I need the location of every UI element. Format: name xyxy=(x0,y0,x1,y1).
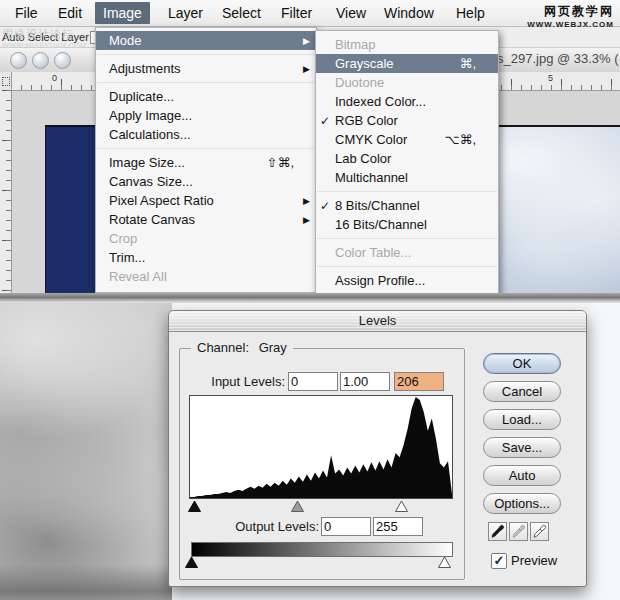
image-menu-item-canvas-size[interactable]: Canvas Size... xyxy=(96,172,316,191)
image-menu-separator xyxy=(96,144,316,153)
mode-submenu-item-assign-profile[interactable]: Assign Profile... xyxy=(316,271,498,290)
traffic-light-zoom-button[interactable] xyxy=(54,52,71,69)
image-menu-item-adjustments[interactable]: Adjustments▶ xyxy=(96,59,316,78)
screenshot-seam-divider xyxy=(0,293,620,303)
faint-watermark-cn: 思缘设计论坛 xyxy=(2,27,86,42)
image-menu-item-label: Mode xyxy=(109,33,142,48)
preview-label: Preview xyxy=(511,553,557,568)
mode-submenu-item-cmyk-color[interactable]: CMYK Color⌥⌘, xyxy=(316,130,498,149)
output-gradient-bar xyxy=(191,542,453,557)
mode-submenu-item-label: Assign Profile... xyxy=(335,273,425,288)
output-black-slider[interactable] xyxy=(185,557,198,568)
image-menu-panel: Mode▶Adjustments▶Duplicate...Apply Image… xyxy=(95,27,317,293)
image-menu-item-rotate-canvas[interactable]: Rotate Canvas▶ xyxy=(96,210,316,229)
image-menu-item-label: Adjustments xyxy=(109,61,181,76)
input-gamma-field[interactable] xyxy=(340,372,390,391)
menubar-item-image[interactable]: Image xyxy=(95,2,150,24)
mode-submenu-item-lab-color[interactable]: Lab Color xyxy=(316,149,498,168)
image-menu-separator xyxy=(96,78,316,87)
image-menu-item-pixel-aspect-ratio[interactable]: Pixel Aspect Ratio▶ xyxy=(96,191,316,210)
site-watermark-url: WWW.WEBJX.COM xyxy=(527,20,614,29)
mode-submenu-separator xyxy=(316,187,498,196)
submenu-arrow-icon: ▶ xyxy=(297,36,310,46)
white-point-eyedropper-button[interactable] xyxy=(530,522,549,541)
mode-submenu-item-label: Bitmap xyxy=(335,37,375,52)
canvas-dark-blue-region[interactable] xyxy=(45,125,96,303)
options-button[interactable]: Options... xyxy=(483,493,561,514)
menubar-item-filter[interactable]: Filter xyxy=(273,2,320,24)
image-menu-item-label: Reveal All xyxy=(109,269,167,284)
gray-point-eyedropper-button[interactable] xyxy=(509,522,528,541)
image-menu-item-label: Duplicate... xyxy=(109,89,174,104)
channel-label: Channel: xyxy=(197,340,249,355)
image-menu-item-trim[interactable]: Trim... xyxy=(96,248,316,267)
input-black-field[interactable] xyxy=(288,372,338,391)
output-white-slider[interactable] xyxy=(438,557,451,568)
submenu-arrow-icon: ▶ xyxy=(297,196,310,206)
preview-checkbox[interactable]: ✓ xyxy=(491,553,507,569)
load-button[interactable]: Load... xyxy=(483,409,561,430)
input-white-slider[interactable] xyxy=(395,501,408,512)
menubar-item-window[interactable]: Window xyxy=(376,2,442,24)
image-menu-item-label: Trim... xyxy=(109,250,145,265)
levels-dialog-title[interactable]: Levels xyxy=(169,311,586,332)
image-menu-item-mode[interactable]: Mode▶ xyxy=(96,31,316,50)
mode-submenu-separator xyxy=(316,262,498,271)
input-levels-label: Input Levels: xyxy=(197,374,285,389)
cancel-button[interactable]: Cancel xyxy=(483,381,561,402)
image-menu-item-image-size[interactable]: Image Size...⇧⌘, xyxy=(96,153,316,172)
image-menu-item-label: Image Size... xyxy=(109,155,185,170)
shortcut-label: ⇧⌘, xyxy=(266,155,294,170)
mode-submenu-item-8-bits-channel[interactable]: ✓8 Bits/Channel xyxy=(316,196,498,215)
menubar-item-edit[interactable]: Edit xyxy=(50,2,90,24)
menubar-item-layer[interactable]: Layer xyxy=(160,2,211,24)
image-menu-item-label: Crop xyxy=(109,231,137,246)
mode-submenu-item-label: 16 Bits/Channel xyxy=(335,217,427,232)
traffic-light-close-button[interactable] xyxy=(10,52,27,69)
mode-submenu-item-color-table: Color Table... xyxy=(316,243,498,262)
histogram-frame xyxy=(189,395,453,499)
grayscale-clouds-canvas[interactable] xyxy=(0,303,172,600)
menubar-item-file[interactable]: File xyxy=(7,2,46,24)
save-button[interactable]: Save... xyxy=(483,437,561,458)
menubar-item-select[interactable]: Select xyxy=(214,2,269,24)
mode-submenu-item-duotone: Duotone xyxy=(316,73,498,92)
image-menu-item-apply-image[interactable]: Apply Image... xyxy=(96,106,316,125)
black-point-eyedropper-button[interactable] xyxy=(488,522,507,541)
mode-submenu-item-16-bits-channel[interactable]: 16 Bits/Channel xyxy=(316,215,498,234)
mode-submenu-item-rgb-color[interactable]: ✓RGB Color xyxy=(316,111,498,130)
image-menu-item-calculations[interactable]: Calculations... xyxy=(96,125,316,144)
document-title: s_297.jpg @ 33.3% ( xyxy=(497,51,619,66)
menubar-item-view[interactable]: View xyxy=(328,2,374,24)
site-watermark: 网页教学网 WWW.WEBJX.COM xyxy=(527,3,614,29)
mode-submenu-item-label: RGB Color xyxy=(335,113,398,128)
submenu-arrow-icon: ▶ xyxy=(297,215,310,225)
shortcut-label: ⌘, xyxy=(459,56,476,71)
mode-submenu-item-indexed-color[interactable]: Indexed Color... xyxy=(316,92,498,111)
submenu-arrow-icon: ▶ xyxy=(297,64,310,74)
image-menu-item-label: Calculations... xyxy=(109,127,191,142)
input-white-field[interactable] xyxy=(394,372,444,391)
mode-submenu-item-label: Color Table... xyxy=(335,245,411,260)
channel-value: Gray xyxy=(259,340,287,355)
menubar-item-help[interactable]: Help xyxy=(448,2,493,24)
output-white-field[interactable] xyxy=(373,517,423,536)
mode-submenu-item-label: Duotone xyxy=(335,75,384,90)
site-watermark-cn: 网页教学网 xyxy=(527,3,614,20)
screenshot-root: s_297.jpg @ 33.3% ( 0 5 Auto Select Laye… xyxy=(0,0,620,600)
mode-submenu-item-grayscale[interactable]: Grayscale⌘, xyxy=(316,54,498,73)
traffic-light-minimize-button[interactable] xyxy=(32,52,49,69)
ruler-origin-box[interactable] xyxy=(0,72,12,91)
ruler-label-5: 5 xyxy=(548,73,553,83)
input-gamma-slider[interactable] xyxy=(291,501,304,512)
ok-button[interactable]: OK xyxy=(483,353,561,374)
mode-submenu-item-label: Multichannel xyxy=(335,170,408,185)
vertical-ruler[interactable] xyxy=(0,90,12,303)
image-menu-item-duplicate[interactable]: Duplicate... xyxy=(96,87,316,106)
input-black-slider[interactable] xyxy=(188,501,201,512)
auto-button[interactable]: Auto xyxy=(483,465,561,486)
output-levels-label: Output Levels: xyxy=(223,519,319,534)
output-black-field[interactable] xyxy=(321,517,371,536)
mode-submenu-item-label: CMYK Color xyxy=(335,132,407,147)
mode-submenu-item-multichannel[interactable]: Multichannel xyxy=(316,168,498,187)
